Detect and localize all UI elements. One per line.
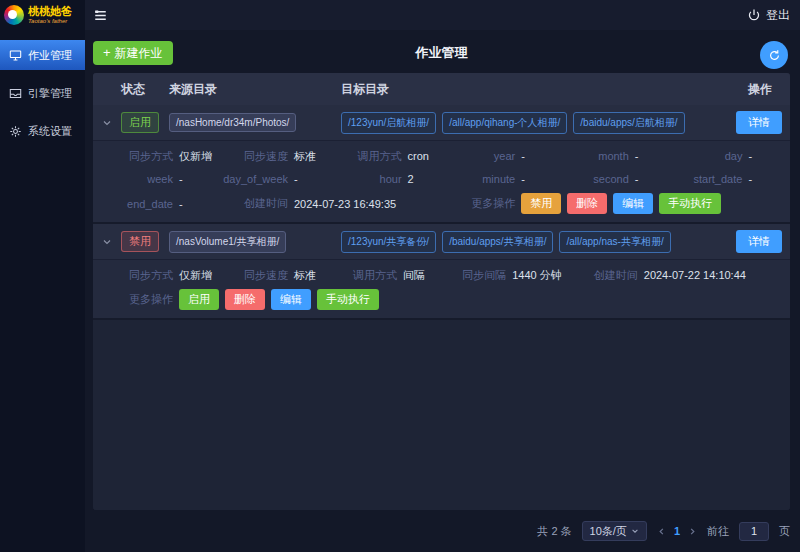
target-dir-tag: /baidu/apps/启航相册/	[573, 112, 684, 134]
target-dir-tag: /all/app/nas-共享相册/	[559, 231, 670, 253]
field-sync-mode: 同步方式 仅新增	[97, 147, 212, 165]
sidebar-item-label: 系统设置	[28, 124, 72, 139]
page-title: 作业管理	[93, 44, 790, 62]
total-count: 共 2 条	[537, 524, 571, 539]
content: 新建作业 作业管理 状态 来源目录 目标目录 操作	[85, 30, 800, 552]
field-sync-speed: 同步速度 标准	[212, 266, 321, 284]
chevron-right-icon	[688, 527, 697, 536]
table-row: 启用 /nasHome/dr34m/Photos/ /123yun/启航相册/ …	[93, 105, 790, 141]
field-day: day -	[666, 147, 780, 165]
target-dir-tag: /123yun/启航相册/	[341, 112, 436, 134]
sidebar-item-label: 引擎管理	[28, 86, 72, 101]
goto-label: 前往	[707, 524, 729, 539]
brand-title: 桃桃她爸	[28, 6, 72, 17]
sidebar-item-settings[interactable]: 系统设置	[0, 116, 85, 146]
field-invoke-mode: 调用方式 间隔	[321, 266, 430, 284]
edit-button[interactable]: 编辑	[271, 289, 311, 310]
source-dir-tag: /nasVolume1/共享相册/	[169, 231, 286, 253]
page-size-value: 10条/页	[590, 524, 627, 539]
prev-page-button[interactable]	[657, 527, 666, 536]
refresh-icon	[768, 49, 781, 62]
edit-button[interactable]: 编辑	[613, 193, 653, 214]
detail-button[interactable]: 详情	[736, 111, 782, 134]
next-page-button[interactable]	[688, 527, 697, 536]
field-second: second -	[553, 170, 667, 188]
field-week: week -	[97, 170, 212, 188]
new-job-button[interactable]: 新建作业	[93, 41, 173, 65]
chevron-down-icon	[631, 527, 639, 535]
page-unit-label: 页	[779, 524, 790, 539]
target-dir-list: /123yun/启航相册/ /all/app/qihang-个人相册/ /bai…	[341, 112, 698, 134]
sidebar: 桃桃她爸 Taotao's father 作业管理 引擎管理	[0, 0, 85, 552]
gear-icon	[9, 125, 22, 138]
field-day-of-week: day_of_week -	[212, 170, 326, 188]
page-size-select[interactable]: 10条/页	[582, 521, 647, 541]
col-status: 状态	[121, 81, 169, 98]
main-area: 登出 新建作业 作业管理 状态	[85, 0, 800, 552]
target-dir-tag: /all/app/qihang-个人相册/	[442, 112, 567, 134]
field-year: year -	[439, 147, 553, 165]
table-header: 状态 来源目录 目标目录 操作	[93, 73, 790, 105]
logout-label: 登出	[766, 7, 790, 24]
topbar: 登出	[85, 0, 800, 30]
power-icon	[747, 8, 761, 22]
manual-run-button[interactable]: 手动执行	[317, 289, 379, 310]
table-row: 禁用 /nasVolume1/共享相册/ /123yun/共享备份/ /baid…	[93, 224, 790, 260]
sidebar-item-engine[interactable]: 引擎管理	[0, 78, 85, 108]
field-month: month -	[553, 147, 667, 165]
monitor-icon	[9, 49, 22, 62]
source-dir-tag: /nasHome/dr34m/Photos/	[169, 113, 296, 132]
manual-run-button[interactable]: 手动执行	[659, 193, 721, 214]
status-badge: 禁用	[121, 231, 159, 251]
field-start-date: start_date -	[666, 170, 780, 188]
table-empty-space	[93, 320, 790, 510]
refresh-button[interactable]	[760, 41, 788, 69]
row-details: 同步方式 仅新增 同步速度 标准 调用方式 间隔 同步间隔	[93, 260, 790, 320]
status-badge: 启用	[121, 112, 159, 132]
app-root: 桃桃她爸 Taotao's father 作业管理 引擎管理	[0, 0, 800, 552]
brand-subtitle: Taotao's father	[28, 18, 72, 24]
field-more-actions: 更多操作 启用 删除 编辑 手动执行	[97, 289, 780, 310]
toolbar: 新建作业 作业管理	[93, 37, 790, 69]
field-minute: minute -	[439, 170, 553, 188]
col-source: 来源目录	[169, 81, 341, 98]
field-sync-speed: 同步速度 标准	[212, 147, 326, 165]
field-sync-interval: 同步间隔 1440 分钟	[430, 266, 562, 284]
brand-logo-icon	[4, 5, 24, 25]
target-dir-tag: /123yun/共享备份/	[341, 231, 436, 253]
field-created: 创建时间 2024-07-22 14:10:44	[562, 266, 780, 284]
field-more-actions: 更多操作 禁用 删除 编辑 手动执行	[439, 193, 780, 214]
chevron-down-icon[interactable]	[93, 118, 121, 128]
field-invoke-mode: 调用方式 cron	[326, 147, 440, 165]
sidebar-nav: 作业管理 引擎管理 系统设置	[0, 40, 85, 146]
sidebar-item-jobs[interactable]: 作业管理	[0, 40, 85, 70]
inbox-icon	[9, 87, 22, 100]
delete-button[interactable]: 删除	[225, 289, 265, 310]
detail-button[interactable]: 详情	[736, 230, 782, 253]
logout-button[interactable]: 登出	[747, 7, 790, 24]
col-target: 目标目录	[341, 81, 698, 98]
delete-button[interactable]: 删除	[567, 193, 607, 214]
field-hour: hour 2	[326, 170, 440, 188]
enable-button[interactable]: 启用	[179, 289, 219, 310]
chevron-down-icon[interactable]	[93, 237, 121, 247]
field-sync-mode: 同步方式 仅新增	[97, 266, 212, 284]
target-dir-tag: /baidu/apps/共享相册/	[442, 231, 553, 253]
goto-page-input[interactable]	[739, 522, 769, 541]
jobs-table: 状态 来源目录 目标目录 操作 启用 /nasHome/dr34m/Photos…	[93, 73, 790, 510]
target-dir-list: /123yun/共享备份/ /baidu/apps/共享相册/ /all/app…	[341, 231, 698, 253]
new-job-label: 新建作业	[115, 45, 163, 62]
field-created: 创建时间 2024-07-23 16:49:35	[212, 193, 439, 214]
pagination: 共 2 条 10条/页 1 前往 页	[93, 518, 790, 544]
row-details: 同步方式 仅新增 同步速度 标准 调用方式 cron year	[93, 141, 790, 224]
field-end-date: end_date -	[97, 193, 212, 214]
page-number-button[interactable]: 1	[674, 525, 680, 537]
brand-logo: 桃桃她爸 Taotao's father	[0, 0, 85, 30]
plus-icon	[103, 46, 111, 60]
sidebar-item-label: 作业管理	[28, 48, 72, 63]
menu-fold-icon[interactable]	[91, 6, 109, 24]
col-actions: 操作	[698, 81, 790, 98]
chevron-left-icon	[657, 527, 666, 536]
disable-button[interactable]: 禁用	[521, 193, 561, 214]
